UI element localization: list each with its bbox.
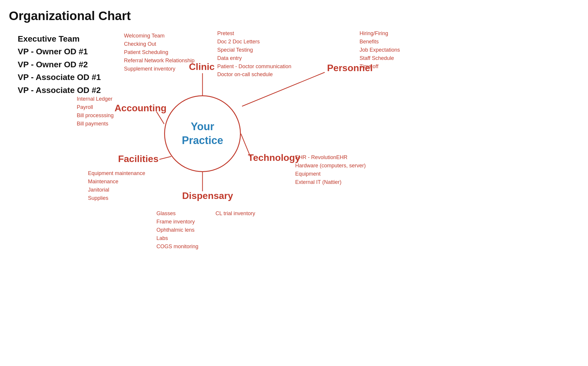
center-circle: YourPractice	[164, 95, 241, 172]
accounting-details: Internal Ledger Payroll Bill processsing…	[77, 95, 114, 128]
exec-member-3: VP - Associate OD #1	[18, 71, 101, 84]
exec-member-1: VP - Owner OD #1	[18, 45, 101, 58]
dispensary-details-right: CL trial inventory	[215, 210, 255, 218]
technology-details: EHR - RevolutionEHR Hardware (computers,…	[295, 153, 366, 187]
facilities-details: Equipment maintenance Maintenance Janito…	[88, 169, 145, 202]
svg-line-4	[159, 156, 171, 159]
clinic-details-right: Pretest Doc 2 Doc Letters Special Testin…	[217, 30, 291, 79]
dispensary-label: Dispensary	[182, 190, 233, 201]
exec-member-4: VP - Associate OD #2	[18, 84, 101, 97]
clinic-details-left: Welcoming Team Checking Out Patient Sche…	[124, 32, 195, 73]
accounting-label: Accounting	[115, 103, 166, 114]
center-circle-text: YourPractice	[182, 120, 223, 148]
exec-team: Executive Team VP - Owner OD #1 VP - Own…	[18, 32, 101, 97]
exec-team-label: Executive Team	[18, 32, 101, 45]
personnel-details: Hiring/Firing Benefits Job Expectations …	[360, 30, 400, 71]
page-title: Organizational Chart	[9, 9, 131, 23]
exec-member-2: VP - Owner OD #2	[18, 58, 101, 71]
facilities-label: Facilities	[118, 153, 159, 164]
dispensary-details-left: Glasses Frame inventory Ophthalmic lens …	[156, 210, 198, 251]
technology-label: Technology	[248, 152, 300, 163]
